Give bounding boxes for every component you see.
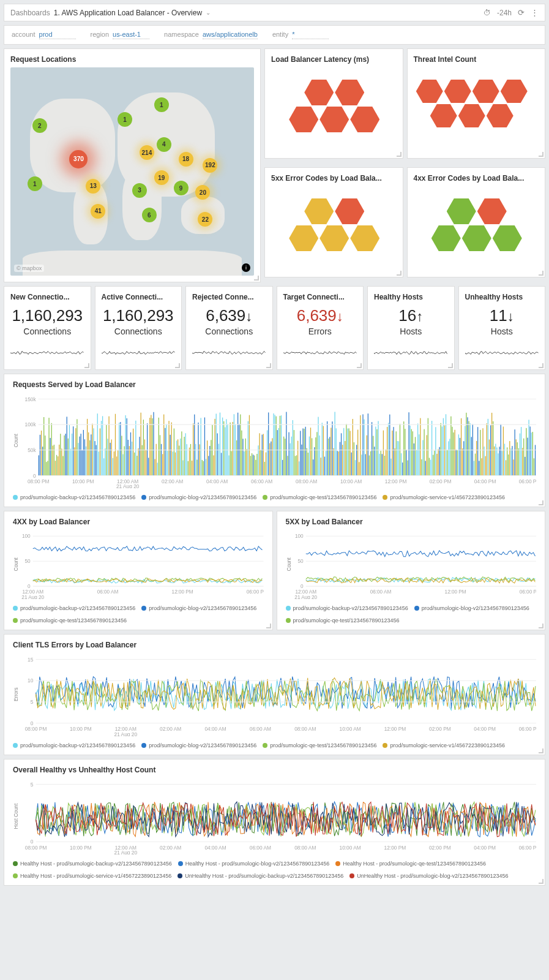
legend-item[interactable]: UnHealthy Host - prod/sumologic-backup-v… bbox=[177, 873, 343, 879]
map-cluster[interactable]: 20 bbox=[195, 185, 210, 200]
legend-item[interactable]: UnHealthy Host - prod/sumologic-blog-v2/… bbox=[349, 873, 508, 879]
honeycomb-threat[interactable] bbox=[424, 80, 528, 135]
legend-item[interactable]: prod/sumologic-qe-test/1234567890123456 bbox=[263, 742, 376, 748]
map-cluster[interactable]: 19 bbox=[154, 170, 169, 185]
resize-handle[interactable] bbox=[539, 500, 543, 505]
map-cluster[interactable]: 18 bbox=[179, 152, 193, 167]
resize-handle[interactable] bbox=[539, 624, 543, 628]
panel-title: 5xx Error Codes by Load Bala... bbox=[271, 174, 397, 183]
svg-rect-242 bbox=[347, 429, 348, 476]
svg-rect-210 bbox=[307, 448, 307, 476]
resize-handle[interactable] bbox=[397, 271, 401, 276]
time-range[interactable]: -24h bbox=[497, 9, 512, 17]
legend-item[interactable]: Healthy Host - prod/sumologic-qe-test/12… bbox=[335, 861, 486, 867]
svg-rect-289 bbox=[407, 461, 408, 476]
resize-handle[interactable] bbox=[175, 363, 180, 368]
resize-handle[interactable] bbox=[254, 276, 259, 281]
svg-rect-250 bbox=[357, 430, 358, 476]
resize-handle[interactable] bbox=[357, 363, 362, 368]
svg-rect-358 bbox=[495, 444, 496, 476]
refresh-icon[interactable]: ⟳ bbox=[518, 8, 525, 17]
svg-text:10:00 PM: 10:00 PM bbox=[70, 844, 92, 850]
legend-item[interactable]: prod/sumologic-service-v1/45672238901234… bbox=[383, 742, 505, 748]
legend-swatch bbox=[141, 606, 146, 611]
more-icon[interactable]: ⋮ bbox=[531, 8, 539, 17]
legend-item[interactable]: prod/sumologic-backup-v2/123456789012345… bbox=[286, 605, 408, 611]
map-cluster[interactable]: 1 bbox=[28, 176, 42, 191]
svg-rect-92 bbox=[156, 444, 157, 476]
svg-rect-257 bbox=[367, 435, 367, 476]
filter-namespace[interactable]: namespaceaws/applicationelb bbox=[164, 31, 258, 39]
svg-rect-209 bbox=[305, 427, 306, 476]
legend-item[interactable]: Healthy Host - prod/sumologic-service-v1… bbox=[13, 873, 171, 879]
legend-item[interactable]: Healthy Host - prod/sumologic-backup-v2/… bbox=[13, 861, 172, 867]
chart-4xx[interactable]: 05010012:00 AM21 Aug 2006:00 AM12:00 PM0… bbox=[13, 530, 264, 599]
legend-item[interactable]: prod/sumologic-service-v1/45672238901234… bbox=[383, 494, 505, 500]
resize-handle[interactable] bbox=[539, 271, 543, 276]
map-cluster[interactable]: 3 bbox=[132, 183, 147, 198]
resize-handle[interactable] bbox=[539, 879, 543, 884]
legend-item[interactable]: prod/sumologic-qe-test/1234567890123456 bbox=[13, 617, 127, 624]
svg-rect-7 bbox=[47, 461, 48, 475]
svg-rect-301 bbox=[422, 440, 423, 475]
svg-rect-187 bbox=[277, 430, 278, 475]
map-cluster[interactable]: 22 bbox=[198, 212, 212, 227]
map-cluster[interactable]: 370 bbox=[69, 150, 88, 168]
map-cluster[interactable]: 9 bbox=[174, 181, 189, 195]
svg-rect-314 bbox=[439, 447, 439, 476]
resize-handle[interactable] bbox=[397, 152, 401, 157]
resize-handle[interactable] bbox=[266, 363, 271, 368]
svg-rect-324 bbox=[452, 427, 452, 476]
legend-item[interactable]: prod/sumologic-blog-v2/1234567890123456 bbox=[141, 742, 256, 748]
svg-rect-291 bbox=[410, 426, 411, 476]
chevron-down-icon[interactable]: ⌄ bbox=[206, 9, 211, 16]
breadcrumb-root[interactable]: Dashboards bbox=[10, 9, 50, 17]
info-icon[interactable]: i bbox=[242, 263, 250, 272]
legend-item[interactable]: prod/sumologic-blog-v2/1234567890123456 bbox=[141, 605, 256, 611]
filter-region[interactable]: regionus-east-1 bbox=[91, 31, 150, 39]
legend-item[interactable]: prod/sumologic-qe-test/1234567890123456 bbox=[286, 617, 400, 624]
svg-rect-150 bbox=[230, 423, 231, 476]
legend-item[interactable]: prod/sumologic-backup-v2/123456789012345… bbox=[13, 494, 135, 500]
filter-entity[interactable]: entity* bbox=[272, 31, 329, 39]
resize-handle[interactable] bbox=[448, 363, 453, 368]
breadcrumb-title[interactable]: 1. AWS Application Load Balancer - Overv… bbox=[54, 9, 202, 17]
map-cluster[interactable]: 4 bbox=[157, 137, 171, 152]
resize-handle[interactable] bbox=[84, 363, 89, 368]
map-cluster[interactable]: 41 bbox=[91, 204, 105, 219]
legend-item[interactable]: prod/sumologic-blog-v2/1234567890123456 bbox=[414, 605, 529, 611]
svg-rect-389 bbox=[535, 445, 536, 475]
honeycomb-latency[interactable] bbox=[297, 80, 370, 135]
chart-tls[interactable]: 05101508:00 PM10:00 PM12:00 AM21 Aug 200… bbox=[13, 653, 536, 736]
map-cluster[interactable]: 13 bbox=[86, 179, 100, 194]
filter-account[interactable]: accountprod bbox=[12, 31, 76, 39]
map-cluster[interactable]: 192 bbox=[203, 158, 217, 173]
svg-text:04:00 PM: 04:00 PM bbox=[474, 726, 496, 732]
honeycomb-5xx[interactable] bbox=[297, 198, 370, 254]
stat-panel: Active Connecti... 1,160,293 Connections bbox=[95, 286, 182, 370]
map-cluster[interactable]: 214 bbox=[140, 145, 154, 160]
legend-item[interactable]: prod/sumologic-backup-v2/123456789012345… bbox=[13, 742, 135, 748]
svg-rect-377 bbox=[520, 434, 520, 476]
resize-handle[interactable] bbox=[539, 363, 543, 368]
world-map[interactable]: © mapbox i 21370134112141419361891922022 bbox=[10, 67, 254, 276]
map-cluster[interactable]: 1 bbox=[154, 97, 169, 112]
legend-item[interactable]: Healthy Host - prod/sumologic-blog-v2/12… bbox=[178, 861, 330, 867]
map-cluster[interactable]: 1 bbox=[118, 112, 132, 127]
legend-item[interactable]: prod/sumologic-blog-v2/1234567890123456 bbox=[141, 494, 256, 500]
svg-rect-361 bbox=[499, 447, 499, 475]
svg-rect-165 bbox=[249, 415, 250, 476]
chart-requests[interactable]: 050k100k150k08:00 PM10:00 PM12:00 AM21 A… bbox=[13, 393, 536, 488]
map-cluster[interactable]: 2 bbox=[32, 118, 47, 133]
resize-handle[interactable] bbox=[539, 152, 543, 157]
honeycomb-4xx[interactable] bbox=[439, 198, 513, 254]
legend-item[interactable]: prod/sumologic-backup-v2/123456789012345… bbox=[13, 605, 135, 611]
svg-text:10: 10 bbox=[28, 677, 34, 684]
resize-handle[interactable] bbox=[266, 624, 271, 628]
legend-item[interactable]: prod/sumologic-qe-test/1234567890123456 bbox=[263, 494, 376, 500]
svg-text:02:00 PM: 02:00 PM bbox=[429, 726, 451, 732]
chart-hosts[interactable]: 0508:00 PM10:00 PM12:00 AM21 Aug 2002:00… bbox=[13, 778, 536, 854]
resize-handle[interactable] bbox=[539, 748, 543, 753]
chart-5xx[interactable]: 05010012:00 AM21 Aug 2006:00 AM12:00 PM0… bbox=[286, 530, 537, 599]
map-cluster[interactable]: 6 bbox=[142, 208, 157, 222]
